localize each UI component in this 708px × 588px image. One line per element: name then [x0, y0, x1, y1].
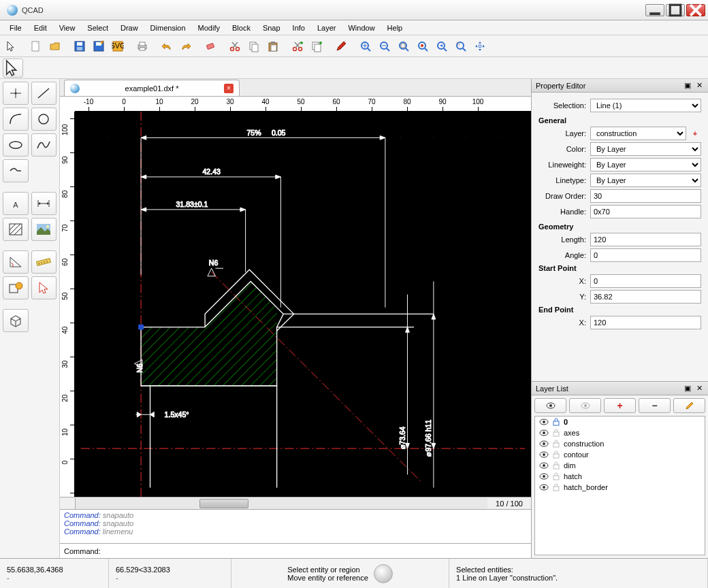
layer-add[interactable]: +: [604, 398, 636, 413]
tool-select[interactable]: [31, 276, 57, 299]
tool-spline[interactable]: [31, 133, 57, 157]
document-tab[interactable]: example01.dxf * ×: [64, 80, 240, 96]
toolbar-cut[interactable]: [226, 37, 244, 55]
maximize-button[interactable]: [666, 4, 685, 16]
end-x-input[interactable]: [590, 316, 701, 329]
eye-icon[interactable]: [539, 473, 549, 480]
lock-icon[interactable]: [553, 461, 560, 470]
tool-arc[interactable]: [3, 108, 29, 131]
menu-window[interactable]: Window: [342, 22, 380, 33]
selection-dropdown[interactable]: Line (1): [590, 99, 701, 112]
menu-file[interactable]: File: [4, 22, 27, 33]
linetype-dropdown[interactable]: By Layer: [590, 174, 701, 187]
tool-point[interactable]: [3, 82, 29, 105]
toolbar-zoom-window[interactable]: [452, 37, 470, 55]
toolbar-copy[interactable]: [245, 37, 263, 55]
lock-icon[interactable]: [553, 429, 560, 437]
menu-draw[interactable]: Draw: [115, 22, 144, 33]
toolbar-erase[interactable]: [202, 37, 219, 55]
menu-info[interactable]: Info: [287, 22, 310, 33]
layer-remove[interactable]: −: [639, 398, 671, 413]
eye-icon[interactable]: [539, 419, 549, 425]
toolbar-zoom-in[interactable]: [357, 37, 374, 55]
tool-measure-dist[interactable]: [31, 250, 57, 274]
eye-icon[interactable]: [539, 484, 549, 491]
layer-hide-all[interactable]: [569, 398, 601, 413]
close-button[interactable]: [686, 4, 705, 16]
lock-icon[interactable]: [553, 451, 560, 459]
panel-close-icon[interactable]: ✕: [694, 384, 704, 393]
toolbar-reset[interactable]: [3, 59, 23, 78]
minimize-button[interactable]: [645, 4, 664, 16]
toolbar-pointer[interactable]: [3, 37, 20, 55]
toolbar-open[interactable]: [46, 37, 64, 55]
handle-input[interactable]: [590, 205, 701, 218]
tool-line[interactable]: [31, 82, 57, 105]
toolbar-copy-ref[interactable]: [308, 37, 325, 55]
menu-modify[interactable]: Modify: [193, 22, 225, 33]
eye-icon[interactable]: [539, 462, 549, 469]
toolbar-pen[interactable]: [332, 37, 350, 55]
layer-row[interactable]: axes: [535, 427, 705, 438]
angle-input[interactable]: [590, 248, 701, 262]
menu-edit[interactable]: Edit: [29, 22, 52, 33]
start-y-input[interactable]: [590, 290, 701, 304]
undock-icon[interactable]: ▣: [683, 384, 692, 393]
toolbar-paste[interactable]: [264, 37, 282, 55]
eye-icon[interactable]: [539, 451, 549, 458]
toolbar-zoom-prev[interactable]: [433, 37, 451, 55]
lock-icon[interactable]: [553, 472, 560, 480]
toolbar-redo[interactable]: [177, 37, 195, 55]
layer-row[interactable]: dim: [535, 460, 705, 471]
menu-snap[interactable]: Snap: [257, 22, 286, 33]
menu-layer[interactable]: Layer: [312, 22, 342, 33]
tool-block[interactable]: [3, 276, 29, 299]
lock-icon[interactable]: [553, 483, 560, 491]
toolbar-zoom-sel[interactable]: [414, 37, 432, 55]
panel-close-icon[interactable]: ✕: [694, 81, 704, 91]
layer-row[interactable]: contour: [535, 449, 705, 460]
toolbar-new[interactable]: [27, 37, 45, 55]
menu-help[interactable]: Help: [382, 22, 408, 33]
tool-polyline[interactable]: [3, 159, 29, 182]
menu-dimension[interactable]: Dimension: [145, 22, 191, 33]
eye-icon[interactable]: [539, 429, 549, 436]
tool-hatch[interactable]: [3, 218, 29, 241]
start-x-input[interactable]: [590, 274, 701, 288]
layer-row[interactable]: hatch_border: [535, 482, 705, 493]
undock-icon[interactable]: ▣: [683, 81, 692, 91]
tab-close-button[interactable]: ×: [224, 84, 234, 93]
toolbar-print[interactable]: [133, 37, 151, 55]
toolbar-save-as[interactable]: [90, 37, 108, 55]
drawing-canvas[interactable]: 75% 0.05 42.43 31.83±0.1: [75, 112, 531, 497]
menu-select[interactable]: Select: [82, 22, 114, 33]
add-layer-button[interactable]: +: [689, 127, 701, 140]
toolbar-undo[interactable]: [158, 37, 176, 55]
layer-row[interactable]: construction: [535, 438, 705, 449]
horizontal-scrollbar[interactable]: 10 / 100: [60, 497, 531, 509]
toolbar-zoom-out[interactable]: [376, 37, 393, 55]
tool-circle[interactable]: [31, 108, 57, 131]
layer-show-all[interactable]: [534, 398, 566, 413]
toolbar-save[interactable]: [71, 37, 88, 55]
toolbar-zoom-auto[interactable]: [395, 37, 413, 55]
toolbar-svg[interactable]: SVG: [109, 37, 127, 55]
layer-edit[interactable]: [673, 398, 705, 413]
lineweight-dropdown[interactable]: By Layer: [590, 158, 701, 172]
layer-dropdown[interactable]: construction: [590, 127, 686, 140]
tool-text[interactable]: A: [3, 192, 29, 215]
layer-row[interactable]: hatch: [535, 471, 705, 482]
menu-block[interactable]: Block: [227, 22, 256, 33]
eye-icon[interactable]: [539, 440, 549, 447]
tool-3d[interactable]: [3, 309, 29, 332]
tool-ellipse[interactable]: [3, 133, 29, 157]
toolbar-cut-ref[interactable]: [289, 37, 306, 55]
toolbar-pan[interactable]: [471, 37, 489, 55]
color-dropdown[interactable]: By Layer: [590, 142, 701, 156]
tool-dimension[interactable]: [31, 192, 57, 215]
command-input[interactable]: [103, 547, 527, 555]
lock-icon[interactable]: [553, 440, 560, 448]
draworder-input[interactable]: [590, 189, 701, 203]
layer-list[interactable]: 0axesconstructioncontourdimhatchhatch_bo…: [534, 416, 705, 555]
layer-row[interactable]: 0: [535, 416, 705, 427]
